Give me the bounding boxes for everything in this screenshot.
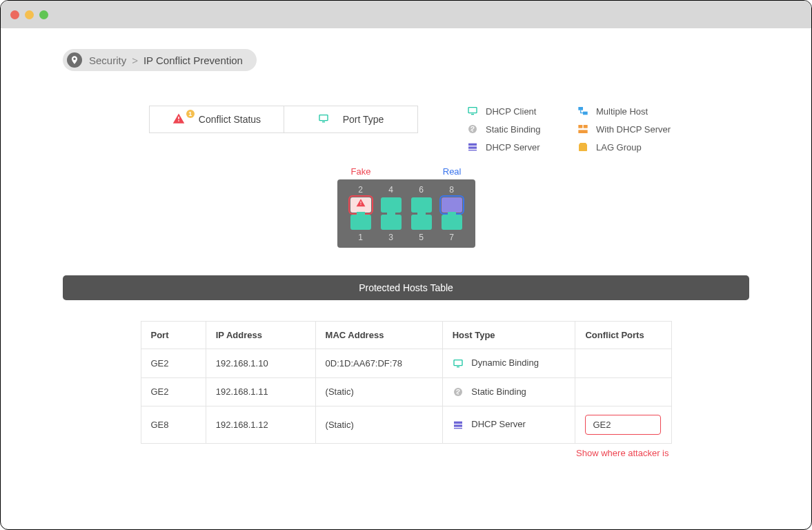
col-host-type: Host Type <box>442 322 575 349</box>
conflict-count-badge: 1 <box>186 110 195 118</box>
content-area: Security > IP Conflict Prevention 1 Conf… <box>1 28 811 472</box>
cell-conflict <box>575 349 671 378</box>
cell-host-type: Static Binding <box>442 377 575 406</box>
tab-label: Conflict Status <box>199 114 261 125</box>
tab-port-type[interactable]: Port Type <box>284 106 418 133</box>
tab-bar: 1 Conflict Status Port Type <box>149 106 418 133</box>
legend-with-dhcp-server: With DHCP Server <box>577 124 687 135</box>
legend-label: Multiple Host <box>596 106 648 117</box>
table-row[interactable]: GE2 192.168.1.10 0D:1D:AA67:DF:78 Dynami… <box>141 349 671 378</box>
port-8-real[interactable] <box>442 197 462 213</box>
location-icon <box>67 52 82 68</box>
window-close-button[interactable] <box>10 10 19 19</box>
tab-conflict-status[interactable]: 1 Conflict Status <box>149 106 284 133</box>
svg-rect-3 <box>471 114 474 115</box>
svg-rect-18 <box>454 428 462 429</box>
port-7[interactable] <box>442 215 462 230</box>
port-row-bottom <box>346 215 467 230</box>
lag-group-icon <box>577 141 589 153</box>
cell-mac: (Static) <box>315 377 442 406</box>
dhcp-server-icon <box>466 141 479 153</box>
port-number: 1 <box>358 233 363 242</box>
port-number: 3 <box>388 233 393 242</box>
window-minimize-button[interactable] <box>25 10 34 19</box>
svg-rect-13 <box>454 360 462 365</box>
col-ip: IP Address <box>206 322 315 349</box>
cell-ip: 192.168.1.11 <box>206 377 315 406</box>
legend-label: With DHCP Server <box>596 124 671 135</box>
dhcp-client-icon <box>453 358 464 369</box>
table-row[interactable]: GE8 192.168.1.12 (Static) DHCP Server GE… <box>141 406 671 444</box>
table-header-row: Port IP Address MAC Address Host Type Co… <box>141 322 671 349</box>
monitor-icon <box>318 113 336 126</box>
svg-rect-17 <box>454 424 462 426</box>
svg-rect-12 <box>468 150 477 150</box>
real-label: Real <box>443 166 462 177</box>
svg-rect-4 <box>578 107 583 110</box>
legend-dhcp-server: DHCP Server <box>466 141 577 153</box>
breadcrumb-current: IP Conflict Prevention <box>143 55 243 66</box>
svg-rect-8 <box>584 125 588 128</box>
svg-rect-11 <box>468 146 477 148</box>
col-mac: MAC Address <box>315 322 442 349</box>
port-number: 2 <box>358 185 363 195</box>
alert-icon: 1 <box>172 112 192 127</box>
port-5[interactable] <box>411 215 432 230</box>
cell-port: GE2 <box>141 377 206 406</box>
cell-host-type: DHCP Server <box>442 406 575 444</box>
svg-rect-14 <box>457 366 459 367</box>
svg-rect-2 <box>468 108 477 113</box>
cell-host-type: Dynamic Binding <box>442 349 575 378</box>
port-2-fake[interactable] <box>350 197 371 213</box>
cell-mac: 0D:1D:AA67:DF:78 <box>315 349 442 378</box>
legend-lag-group: LAG Group <box>577 141 687 153</box>
fake-label: Fake <box>351 166 371 177</box>
port-number: 8 <box>449 185 454 195</box>
cell-mac: (Static) <box>315 406 442 444</box>
cell-conflict <box>575 377 671 406</box>
legend-dhcp-client: DHCP Client <box>466 106 577 117</box>
table-row[interactable]: GE2 192.168.1.11 (Static) Static Binding <box>141 377 671 406</box>
host-type-text: DHCP Server <box>471 419 526 429</box>
port-6[interactable] <box>411 197 432 213</box>
dhcp-server-icon <box>453 420 464 431</box>
static-binding-icon <box>453 386 464 398</box>
legend: DHCP Client Multiple Host Static Binding <box>466 106 687 153</box>
port-numbers-top: 2 4 6 8 <box>346 185 467 195</box>
svg-rect-10 <box>468 144 477 146</box>
protected-hosts-table: Port IP Address MAC Address Host Type Co… <box>141 321 672 444</box>
legend-label: DHCP Server <box>486 142 540 153</box>
tab-label: Port Type <box>343 114 384 125</box>
switch-panel: Fake Real 2 4 6 8 <box>337 166 475 248</box>
protected-hosts-title: Protected Hosts Table <box>63 275 749 300</box>
attacker-note: Show where attacker is <box>141 448 672 458</box>
legend-multiple-host: Multiple Host <box>577 106 687 117</box>
conflict-port-badge[interactable]: GE2 <box>585 415 661 435</box>
legend-label: LAG Group <box>596 142 642 153</box>
host-type-text: Dynamic Binding <box>471 357 539 368</box>
breadcrumb-parent[interactable]: Security <box>89 55 126 66</box>
legend-label: Static Binding <box>486 124 541 135</box>
window-maximize-button[interactable] <box>39 10 48 19</box>
port-3[interactable] <box>381 215 402 230</box>
svg-rect-9 <box>578 130 587 133</box>
static-binding-icon <box>466 124 479 135</box>
legend-label: DHCP Client <box>486 106 536 117</box>
host-type-text: Static Binding <box>471 386 526 397</box>
port-1[interactable] <box>350 215 371 230</box>
breadcrumb-separator: > <box>132 55 138 66</box>
svg-rect-1 <box>322 121 325 122</box>
with-dhcp-server-icon <box>577 124 589 135</box>
port-row-top <box>346 197 467 213</box>
dhcp-client-icon <box>466 106 479 117</box>
cell-ip: 192.168.1.12 <box>206 406 315 444</box>
multiple-host-icon <box>577 106 589 117</box>
cell-port: GE8 <box>141 406 206 444</box>
svg-rect-7 <box>578 125 582 128</box>
window-titlebar <box>1 1 811 28</box>
app-window: Security > IP Conflict Prevention 1 Conf… <box>0 0 812 530</box>
port-4[interactable] <box>381 197 402 213</box>
col-port: Port <box>141 322 206 349</box>
port-number: 5 <box>419 233 424 242</box>
svg-rect-16 <box>454 422 462 424</box>
